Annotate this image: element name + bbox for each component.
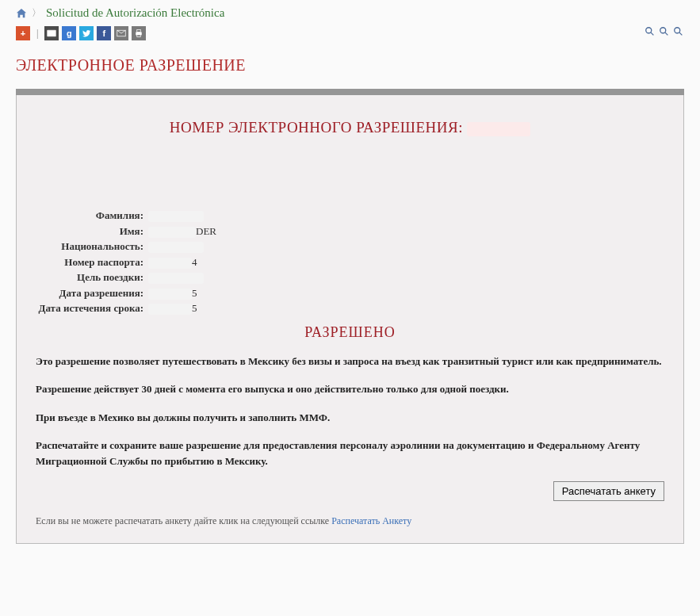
label-name: Имя: xyxy=(36,224,147,239)
authorization-number-value xyxy=(467,122,530,136)
status-heading: РАЗРЕШЕНО xyxy=(28,324,672,341)
paragraph-2: Разрешение действует 30 дней с момента е… xyxy=(36,381,664,397)
svg-line-7 xyxy=(665,33,668,36)
utility-icons xyxy=(645,26,684,40)
share-facebook-icon[interactable]: f xyxy=(97,26,111,40)
authorization-number-label: НОМЕР ЭЛЕКТРОННОГО РАЗРЕШЕНИЯ: xyxy=(170,119,463,136)
details-block: Фамилия: Имя: DER Национальность: Номер … xyxy=(36,208,672,316)
share-twitter-icon[interactable] xyxy=(79,26,94,40)
toolbar: + | g f xyxy=(0,23,700,48)
paragraph-1: Это разрешение позволяет путешествовать … xyxy=(36,354,664,369)
share-addthis-icon[interactable]: + xyxy=(16,26,30,40)
share-gmail-icon[interactable] xyxy=(44,26,59,40)
svg-point-8 xyxy=(675,28,680,33)
value-auth-date: 5 xyxy=(147,285,197,301)
breadcrumb: 〉 Solicitud de Autorización Electrónica xyxy=(0,0,700,23)
row-passport: Номер паспорта: 4 xyxy=(36,254,672,270)
svg-point-6 xyxy=(660,28,666,33)
value-expiry: 5 xyxy=(147,300,197,316)
print-row: Распечатать анкету xyxy=(28,481,664,501)
svg-line-5 xyxy=(651,33,654,36)
svg-rect-2 xyxy=(137,30,141,33)
row-nationality: Национальность: xyxy=(36,239,672,254)
share-google-icon[interactable]: g xyxy=(62,26,76,40)
breadcrumb-separator: 〉 xyxy=(32,6,41,20)
print-button[interactable]: Распечатать анкету xyxy=(553,481,664,501)
value-nationality xyxy=(147,239,204,254)
label-passport: Номер паспорта: xyxy=(36,254,147,270)
row-purpose: Цель поездки: xyxy=(36,270,672,285)
row-auth-date: Дата разрешения: 5 xyxy=(36,285,672,301)
value-name: DER xyxy=(147,224,216,239)
row-expiry: Дата истечения срока: 5 xyxy=(36,300,672,316)
share-separator: | xyxy=(33,28,41,40)
label-nationality: Национальность: xyxy=(36,239,147,254)
row-surname: Фамилия: xyxy=(36,208,672,224)
home-icon[interactable] xyxy=(16,8,27,19)
share-email-icon[interactable] xyxy=(114,26,128,40)
label-expiry: Дата истечения срока: xyxy=(36,300,147,316)
authorization-panel: НОМЕР ЭЛЕКТРОННОГО РАЗРЕШЕНИЯ: Фамилия: … xyxy=(16,89,684,544)
label-purpose: Цель поездки: xyxy=(36,270,147,285)
authorization-number: НОМЕР ЭЛЕКТРОННОГО РАЗРЕШЕНИЯ: xyxy=(28,119,672,136)
paragraph-4: Распечатайте и сохраните ваше разрешение… xyxy=(36,438,664,469)
svg-point-4 xyxy=(646,28,652,33)
share-print-icon[interactable] xyxy=(132,26,146,40)
footer-link[interactable]: Распечатать Анкету xyxy=(331,515,411,526)
label-auth-date: Дата разрешения: xyxy=(36,285,147,301)
zoom-in-icon[interactable] xyxy=(673,26,684,40)
zoom-out-icon[interactable] xyxy=(645,26,656,40)
footer-note: Если вы не можете распечатать анкету дай… xyxy=(36,515,664,527)
share-buttons: + | g f xyxy=(16,26,146,40)
value-passport: 4 xyxy=(147,254,197,270)
value-surname xyxy=(147,208,204,224)
breadcrumb-link[interactable]: Solicitud de Autorización Electrónica xyxy=(46,6,224,20)
page-title: ЭЛЕКТРОННОЕ РАЗРЕШЕНИЕ xyxy=(0,48,700,89)
footer-text: Если вы не можете распечатать анкету дай… xyxy=(36,515,331,526)
value-purpose xyxy=(147,270,204,285)
paragraph-3: При въезде в Мехико вы должны получить и… xyxy=(36,410,664,426)
label-surname: Фамилия: xyxy=(36,208,147,224)
zoom-icon[interactable] xyxy=(659,26,670,40)
row-name: Имя: DER xyxy=(36,224,672,239)
svg-line-9 xyxy=(679,33,683,36)
